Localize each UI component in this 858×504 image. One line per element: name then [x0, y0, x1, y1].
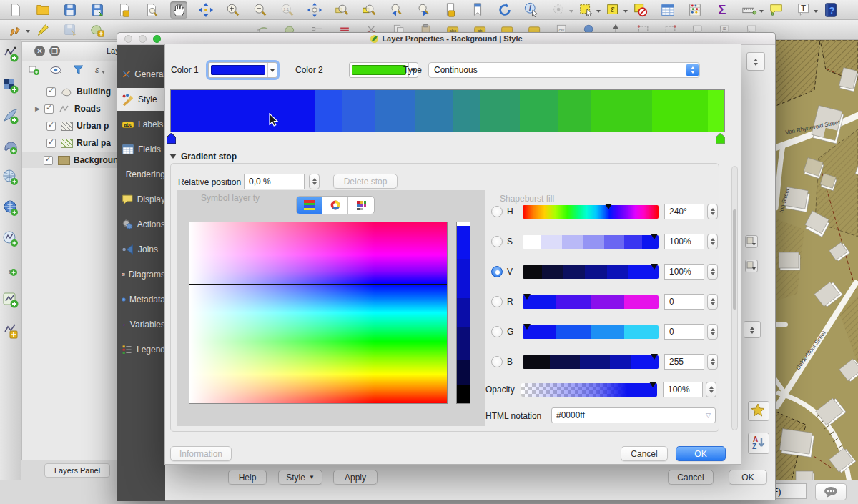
new-shapefile-layer-icon[interactable]: [2, 292, 19, 309]
layer-checkbox[interactable]: [44, 104, 54, 114]
v-slider[interactable]: [523, 265, 659, 279]
r-radio[interactable]: [491, 296, 503, 307]
text-annotation-icon[interactable]: T: [795, 1, 812, 19]
pan-map-icon[interactable]: [170, 1, 187, 19]
spinbox-stub[interactable]: [744, 321, 761, 338]
layer-row-buildings[interactable]: Building: [22, 84, 117, 99]
v-radio[interactable]: [491, 266, 503, 277]
composer-manager-icon[interactable]: [143, 1, 160, 19]
add-wfs-layer-icon[interactable]: [2, 230, 19, 247]
traffic-light-green-icon[interactable]: [153, 35, 161, 43]
zoom-next-icon[interactable]: [415, 1, 432, 19]
toggle-editing-icon[interactable]: [34, 21, 51, 39]
zoom-to-layer-icon[interactable]: [333, 1, 350, 19]
open-project-icon[interactable]: [34, 1, 51, 19]
layer-checkbox[interactable]: [44, 156, 53, 165]
sidebar-item-joins[interactable]: Joins: [117, 238, 165, 261]
sidebar-item-variables[interactable]: ε Variables: [117, 313, 165, 336]
run-feature-action-icon[interactable]: [551, 1, 568, 19]
data-defined-override-icon[interactable]: [745, 235, 758, 248]
select-by-expression-icon[interactable]: ε: [605, 1, 622, 19]
layer-row-background[interactable]: Background: [22, 152, 117, 168]
layer-checkbox[interactable]: [46, 139, 56, 148]
add-raster-layer-icon[interactable]: [2, 76, 19, 94]
layer-label[interactable]: Roads: [74, 104, 101, 114]
deselect-features-icon[interactable]: [632, 1, 649, 19]
h-stepper[interactable]: [707, 204, 718, 219]
s-slider[interactable]: [523, 235, 659, 249]
filter-legend-icon[interactable]: [73, 64, 84, 75]
current-edits-icon[interactable]: [7, 21, 24, 39]
opacity-stepper[interactable]: [706, 382, 716, 397]
new-bookmark-icon[interactable]: [442, 1, 459, 19]
color1-button[interactable]: [208, 62, 277, 78]
r-slider[interactable]: [523, 295, 659, 309]
b-radio[interactable]: [491, 356, 503, 367]
dialog-titlebar[interactable]: Layer Properties - Background | Style: [117, 33, 775, 45]
traffic-light-icon[interactable]: [124, 35, 132, 43]
new-project-icon[interactable]: [7, 1, 24, 19]
s-stepper[interactable]: [707, 234, 718, 249]
s-value[interactable]: 100%: [664, 234, 704, 249]
b-value[interactable]: 255: [664, 354, 704, 370]
save-project-icon[interactable]: [61, 1, 79, 19]
information-button[interactable]: Information: [170, 446, 232, 461]
data-defined-override-icon[interactable]: [745, 260, 758, 272]
relative-position-input[interactable]: 0,0 %: [244, 174, 305, 189]
h-slider[interactable]: [523, 205, 659, 219]
spinbox-stub[interactable]: [746, 52, 765, 71]
new-composer-icon[interactable]: [116, 1, 133, 19]
zoom-in-icon[interactable]: [225, 1, 242, 19]
h-radio[interactable]: [491, 206, 503, 217]
sidebar-item-style[interactable]: Style: [117, 88, 165, 111]
sidebar-item-legend[interactable]: Legend: [117, 338, 165, 361]
sidebar-item-display[interactable]: Display: [117, 188, 165, 211]
layer-checkbox[interactable]: [46, 122, 56, 131]
select-features-icon[interactable]: [578, 1, 595, 19]
sidebar-item-general[interactable]: General: [117, 63, 165, 86]
save-project-as-icon[interactable]: [89, 1, 106, 19]
gradient-stop-start[interactable]: [167, 133, 176, 144]
layer-row-roads[interactable]: ▶ Roads: [22, 101, 117, 117]
add-spatialite-layer-icon[interactable]: [2, 169, 19, 186]
scrollbar-vertical[interactable]: [731, 166, 738, 430]
layer-label[interactable]: Building: [77, 87, 111, 97]
ramp-ok-button[interactable]: OK: [676, 446, 726, 461]
add-oracle-layer-icon[interactable]: ,: [2, 261, 19, 278]
add-wms-layer-icon[interactable]: [2, 199, 19, 217]
add-vector-layer-icon[interactable]: [2, 46, 19, 63]
cancel-button[interactable]: Cancel: [668, 470, 714, 485]
float-panel-icon[interactable]: ❐: [49, 46, 60, 56]
add-delimited-text-layer-icon[interactable]: [2, 107, 19, 124]
g-value[interactable]: 0: [664, 324, 704, 340]
help-button[interactable]: Help: [228, 470, 267, 485]
hue-saturation-field[interactable]: [189, 222, 448, 404]
add-group-icon[interactable]: [28, 64, 40, 76]
zoom-to-selection-icon[interactable]: [360, 1, 378, 19]
apply-button[interactable]: Apply: [333, 470, 378, 485]
map-canvas[interactable]: Van Rhyneveld Street Gelderblom Street t…: [776, 40, 858, 480]
favorites-button[interactable]: [748, 401, 769, 421]
layer-checkbox[interactable]: [46, 87, 56, 97]
g-slider[interactable]: [523, 325, 659, 339]
opacity-slider[interactable]: [521, 383, 657, 397]
refresh-icon[interactable]: [496, 1, 513, 19]
messages-button[interactable]: [815, 483, 847, 500]
zoom-full-icon[interactable]: [306, 1, 323, 19]
relative-position-stepper[interactable]: [309, 174, 320, 189]
add-postgis-layer-icon[interactable]: [2, 138, 19, 155]
sidebar-item-metadata[interactable]: i Metadata: [117, 288, 165, 311]
b-slider[interactable]: [523, 355, 659, 369]
measure-line-icon[interactable]: [741, 1, 758, 19]
pan-to-selection-icon[interactable]: [197, 1, 214, 19]
show-statistics-icon[interactable]: Σ: [714, 1, 731, 19]
new-vector-layer-icon[interactable]: [2, 322, 19, 340]
zoom-native-icon[interactable]: 1:1: [279, 1, 296, 19]
add-feature-icon[interactable]: [89, 21, 106, 39]
layer-row-rural[interactable]: Rural pa: [22, 135, 117, 151]
tab-color-ramp[interactable]: [297, 197, 322, 214]
traffic-light-icon[interactable]: [139, 35, 147, 43]
save-layer-edits-icon[interactable]: [61, 21, 79, 39]
sidebar-item-actions[interactable]: Actions: [117, 213, 165, 236]
sidebar-item-rendering[interactable]: Rendering: [117, 163, 165, 186]
